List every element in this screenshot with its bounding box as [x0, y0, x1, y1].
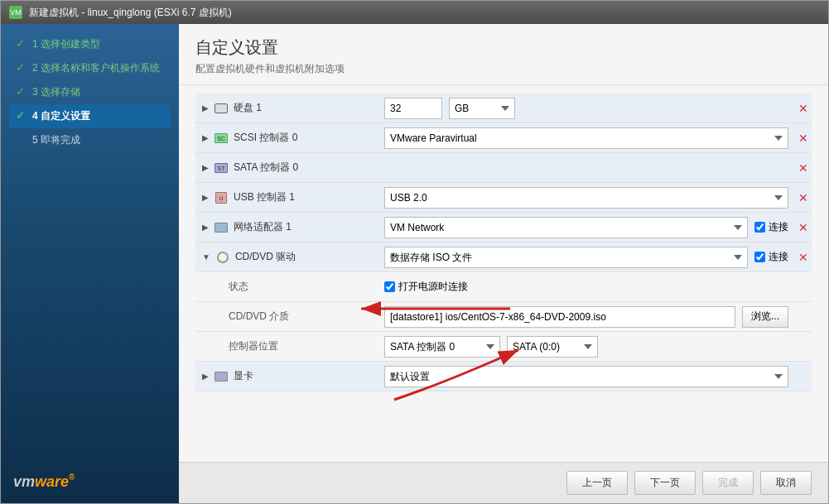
cddvd-controller-select[interactable]: SATA 控制器 0 IDE 控制器 0 — [384, 336, 500, 358]
hdd-expand-arrow[interactable]: ▶ — [202, 103, 209, 113]
sata-remove-btn[interactable]: ✕ — [795, 160, 812, 176]
cddvd-poweron-wrap: 打开电源时连接 — [384, 280, 468, 294]
network-controls: VM Network VM Network 2 连接 — [378, 214, 795, 242]
hdd-size-input[interactable] — [384, 98, 442, 119]
step-5-label: 5 即将完成 — [32, 133, 80, 147]
network-connect-checkbox[interactable] — [754, 222, 765, 233]
hdd-label-text: 硬盘 1 — [234, 101, 262, 115]
display-expand-arrow[interactable]: ▶ — [202, 372, 209, 381]
sata-label-text: SATA 控制器 0 — [234, 161, 298, 175]
hdd-remove-btn[interactable]: ✕ — [795, 100, 812, 117]
network-connect-wrap: 连接 — [754, 220, 788, 234]
hardware-list: ▶ 硬盘 1 GB MB TB ✕ — [179, 85, 828, 462]
usb-expand-arrow[interactable]: ▶ — [202, 193, 209, 202]
finish-button[interactable]: 完成 — [702, 471, 754, 495]
hdd-row: ▶ 硬盘 1 GB MB TB ✕ — [195, 94, 812, 123]
scsi-row: ▶ SC SCSI 控制器 0 VMware Paravirtual LSI L… — [195, 123, 812, 153]
step-1-check: ✓ — [16, 37, 27, 50]
network-label-text: 网络适配器 1 — [234, 220, 292, 234]
cddvd-media-controls: 浏览... — [378, 303, 795, 331]
cddvd-port-select[interactable]: SATA (0:0) SATA (0:1) — [507, 336, 598, 358]
display-label: ▶ 显卡 — [195, 364, 378, 388]
step-3-label: 3 选择存储 — [32, 85, 80, 99]
step-3-check: ✓ — [16, 85, 27, 98]
panel-subtitle: 配置虚拟机硬件和虚拟机附加选项 — [195, 62, 812, 76]
step-4-label: 4 自定义设置 — [32, 109, 90, 123]
cancel-button[interactable]: 取消 — [760, 471, 812, 495]
hdd-unit-select[interactable]: GB MB TB — [449, 98, 515, 119]
cddvd-browse-button[interactable]: 浏览... — [742, 306, 788, 328]
cddvd-connect-wrap: 连接 — [754, 250, 788, 264]
cddvd-label: ▼ CD/DVD 驱动 — [195, 245, 378, 269]
step-2[interactable]: ✓ 2 选择名称和客户机操作系统 — [9, 56, 171, 80]
cddvd-remove-btn[interactable]: ✕ — [795, 249, 812, 266]
sidebar: ✓ 1 选择创建类型 ✓ 2 选择名称和客户机操作系统 ✓ 3 选择存储 ✓ 4… — [1, 24, 179, 503]
sata-icon: ST — [214, 162, 229, 174]
display-controls: 默认设置 — [378, 362, 795, 391]
network-row: ▶ 网络适配器 1 VM Network VM Network 2 连接 — [195, 213, 812, 242]
panel-header: 自定义设置 配置虚拟机硬件和虚拟机附加选项 — [179, 24, 828, 85]
titlebar: VM 新建虚拟机 - linux_qinglong (ESXi 6.7 虚拟机) — [1, 1, 828, 24]
cddvd-connect-label: 连接 — [769, 250, 788, 264]
steps-list: ✓ 1 选择创建类型 ✓ 2 选择名称和客户机操作系统 ✓ 3 选择存储 ✓ 4… — [1, 32, 179, 459]
network-icon — [214, 222, 229, 233]
cddvd-poweron-label: 打开电源时连接 — [398, 280, 468, 294]
scsi-label: ▶ SC SCSI 控制器 0 — [195, 126, 378, 150]
sata-label: ▶ ST SATA 控制器 0 — [195, 156, 378, 180]
network-connect-label: 连接 — [769, 220, 788, 234]
display-label-text: 显卡 — [234, 369, 253, 383]
sata-controls — [378, 165, 795, 171]
step-5[interactable]: 5 即将完成 — [9, 128, 171, 152]
step-1[interactable]: ✓ 1 选择创建类型 — [9, 32, 171, 56]
usb-version-select[interactable]: USB 2.0 USB 3.0 USB 3.1 — [384, 187, 788, 209]
display-type-select[interactable]: 默认设置 — [384, 366, 788, 387]
prev-button[interactable]: 上一页 — [566, 471, 628, 495]
scsi-remove-btn[interactable]: ✕ — [795, 130, 812, 146]
step-4-check: ✓ — [16, 109, 27, 122]
scsi-controls: VMware Paravirtual LSI Logic SAS LSI Log… — [378, 124, 795, 152]
hdd-icon — [214, 103, 229, 114]
next-button[interactable]: 下一页 — [634, 471, 696, 495]
vmware-logo: vmware® — [1, 459, 179, 503]
hdd-label: ▶ 硬盘 1 — [195, 96, 378, 120]
usb-label: ▶ U USB 控制器 1 — [195, 185, 378, 209]
sata-row: ▶ ST SATA 控制器 0 ✕ — [195, 153, 812, 183]
usb-icon: U — [214, 192, 229, 204]
cddvd-media-label: CD/DVD 介质 — [195, 304, 378, 330]
scsi-expand-arrow[interactable]: ▶ — [202, 133, 209, 142]
cddvd-controller-controls: SATA 控制器 0 IDE 控制器 0 SATA (0:0) SATA (0:… — [378, 333, 795, 361]
cddvd-row: ▼ CD/DVD 驱动 数据存储 ISO 文件 客户端设备 主机设备 连接 — [195, 242, 812, 272]
network-type-select[interactable]: VM Network VM Network 2 — [384, 217, 748, 238]
window-icon: VM — [9, 6, 22, 19]
step-4[interactable]: ✓ 4 自定义设置 — [9, 104, 171, 128]
usb-label-text: USB 控制器 1 — [234, 190, 295, 204]
hdd-controls: GB MB TB — [378, 94, 795, 122]
cddvd-type-select[interactable]: 数据存储 ISO 文件 客户端设备 主机设备 — [384, 247, 748, 268]
network-expand-arrow[interactable]: ▶ — [202, 223, 209, 232]
cddvd-status-label: 状态 — [195, 274, 378, 300]
display-icon — [214, 371, 229, 382]
cddvd-poweron-checkbox[interactable] — [384, 281, 395, 292]
sata-expand-arrow[interactable]: ▶ — [202, 163, 209, 172]
main-layout: ✓ 1 选择创建类型 ✓ 2 选择名称和客户机操作系统 ✓ 3 选择存储 ✓ 4… — [1, 24, 828, 503]
right-panel: 自定义设置 配置虚拟机硬件和虚拟机附加选项 ▶ 硬盘 1 GB MB — [179, 24, 828, 503]
usb-row: ▶ U USB 控制器 1 USB 2.0 USB 3.0 USB 3.1 ✕ — [195, 183, 812, 213]
usb-controls: USB 2.0 USB 3.0 USB 3.1 — [378, 184, 795, 212]
step-2-check: ✓ — [16, 61, 27, 74]
cddvd-expand-arrow[interactable]: ▼ — [202, 252, 210, 262]
scsi-label-text: SCSI 控制器 0 — [234, 131, 297, 145]
step-2-label: 2 选择名称和客户机操作系统 — [32, 61, 160, 75]
usb-remove-btn[interactable]: ✕ — [795, 190, 812, 206]
cddvd-controls: 数据存储 ISO 文件 客户端设备 主机设备 连接 — [378, 243, 795, 271]
step-3[interactable]: ✓ 3 选择存储 — [9, 80, 171, 104]
cddvd-media-row: CD/DVD 介质 浏览... — [195, 302, 812, 332]
cddvd-status-controls: 打开电源时连接 — [378, 276, 795, 297]
cddvd-connect-checkbox[interactable] — [754, 252, 765, 262]
window-title: 新建虚拟机 - linux_qinglong (ESXi 6.7 虚拟机) — [29, 6, 232, 20]
scsi-icon: SC — [214, 132, 229, 144]
network-label: ▶ 网络适配器 1 — [195, 215, 378, 239]
cddvd-media-input[interactable] — [384, 306, 735, 328]
cddvd-controller-label: 控制器位置 — [195, 334, 378, 360]
network-remove-btn[interactable]: ✕ — [795, 219, 812, 236]
scsi-type-select[interactable]: VMware Paravirtual LSI Logic SAS LSI Log… — [384, 127, 788, 149]
